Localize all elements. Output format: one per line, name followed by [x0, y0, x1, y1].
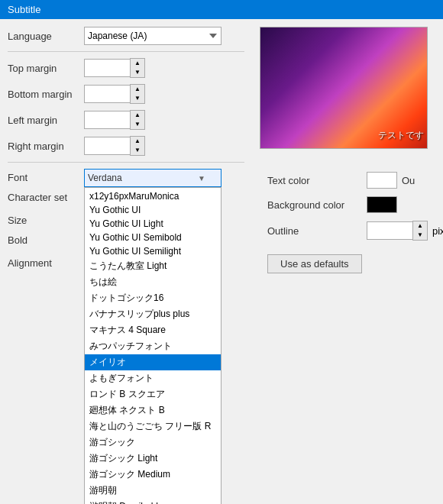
outline-spinner: 2 ▲ ▼ [367, 221, 428, 241]
language-select[interactable]: Japanese (JA) [84, 27, 222, 45]
font-label: Font [8, 169, 84, 183]
preview-image: テストです [260, 27, 428, 149]
outline-buttons: ▲ ▼ [412, 221, 428, 241]
dropdown-item[interactable]: メイリオ [85, 354, 221, 370]
background-color-label: Background color [267, 199, 367, 211]
dropdown-item[interactable]: 游ゴシック [85, 435, 221, 451]
use-defaults-button[interactable]: Use as defaults [267, 254, 362, 273]
dropdown-item[interactable]: 游ゴシック Light [85, 451, 221, 467]
top-margin-up[interactable]: ▲ [131, 59, 144, 68]
top-margin-spinner: 40 ▲ ▼ [84, 58, 145, 78]
dropdown-item[interactable]: バナナスリップplus plus [85, 306, 221, 322]
right-margin-up[interactable]: ▲ [131, 137, 144, 146]
pixels-label: pixels [432, 225, 443, 237]
right-margin-row: Right margin 40 ▲ ▼ [8, 136, 244, 156]
top-margin-down[interactable]: ▼ [131, 68, 144, 77]
right-margin-down[interactable]: ▼ [131, 146, 144, 155]
text-color-label: Text color [267, 175, 367, 186]
font-select-button[interactable]: Verdana ▼ [84, 169, 222, 187]
font-dropdown-list[interactable]: VerdanaViner Hand ITCVivaldiVladimir Scr… [84, 187, 222, 504]
left-panel: Language Japanese (JA) Top margin 40 ▲ ▼… [0, 19, 252, 502]
font-selected-value: Verdana [88, 173, 122, 183]
top-margin-label: Top margin [8, 63, 84, 74]
dropdown-item[interactable]: 海と山のうごごち フリー版 R [85, 418, 221, 435]
background-color-swatch[interactable] [367, 196, 397, 213]
left-margin-label: Left margin [8, 115, 84, 126]
dropdown-item[interactable]: Yu Gothic UI Light [85, 217, 221, 231]
right-margin-buttons: ▲ ▼ [130, 136, 145, 156]
right-margin-label: Right margin [8, 141, 84, 152]
background-color-row: Background color [267, 196, 443, 213]
bottom-margin-spinner: 40 ▲ ▼ [84, 84, 145, 104]
dropdown-item[interactable]: 游明朝 Demibold [85, 499, 221, 504]
right-controls: Text color Ou Background color Outline 2… [260, 164, 443, 281]
bold-label: Bold [8, 234, 84, 246]
top-margin-buttons: ▲ ▼ [130, 58, 145, 78]
dropdown-item[interactable]: Yu Gothic UI [85, 203, 221, 217]
right-margin-spinner: 40 ▲ ▼ [84, 136, 145, 156]
font-dropdown-arrow: ▼ [198, 174, 205, 183]
window-title: Subtitle [8, 4, 40, 15]
dropdown-item[interactable]: みつパッチフォント [85, 338, 221, 354]
dropdown-item[interactable]: ちは絵 [85, 274, 221, 290]
bottom-margin-up[interactable]: ▲ [131, 85, 144, 94]
left-margin-input[interactable]: 40 [84, 111, 130, 129]
left-margin-row: Left margin 40 ▲ ▼ [8, 110, 244, 130]
left-margin-down[interactable]: ▼ [131, 120, 144, 129]
right-panel: テストです Text color Ou Background color Out… [252, 19, 443, 502]
out-label: Ou [402, 175, 415, 186]
top-margin-row: Top margin 40 ▲ ▼ [8, 58, 244, 78]
outline-up[interactable]: ▲ [413, 221, 427, 231]
left-margin-up[interactable]: ▲ [131, 111, 144, 120]
bottom-margin-label: Bottom margin [8, 89, 84, 100]
text-color-swatch[interactable] [367, 172, 397, 189]
language-row: Language Japanese (JA) [8, 27, 244, 45]
dropdown-item[interactable]: 游ゴシック Medium [85, 467, 221, 483]
font-select-wrap: Verdana ▼ VerdanaViner Hand ITCVivaldiVl… [84, 169, 222, 187]
dropdown-item[interactable]: Yu Gothic UI Semilight [85, 244, 221, 258]
dropdown-item[interactable]: ドットゴシック16 [85, 290, 221, 306]
text-color-row: Text color Ou [267, 172, 443, 189]
bottom-margin-row: Bottom margin 40 ▲ ▼ [8, 84, 244, 104]
char-set-label: Character set [8, 192, 84, 203]
dropdown-item[interactable]: こうたん教室 Light [85, 258, 221, 274]
bottom-margin-input[interactable]: 40 [84, 85, 130, 103]
bottom-margin-buttons: ▲ ▼ [130, 84, 145, 104]
preview-text: テストです [378, 129, 424, 142]
outline-row: Outline 2 ▲ ▼ pixels [267, 221, 443, 241]
bottom-margin-down[interactable]: ▼ [131, 94, 144, 103]
left-margin-buttons: ▲ ▼ [130, 110, 145, 130]
top-margin-input[interactable]: 40 [84, 59, 130, 77]
alignment-label: Alignment [8, 257, 84, 269]
outline-input[interactable]: 2 [367, 221, 412, 240]
right-margin-input[interactable]: 40 [84, 137, 130, 155]
size-label: Size [8, 215, 84, 226]
dropdown-item[interactable]: ロンド B スクエア [85, 386, 221, 402]
font-row: Font Verdana ▼ VerdanaViner Hand ITCViva… [8, 169, 244, 187]
language-label: Language [8, 31, 84, 42]
dropdown-item[interactable]: 游明朝 [85, 483, 221, 499]
language-control: Japanese (JA) [84, 27, 222, 45]
title-bar: Subtitle [0, 0, 443, 19]
dropdown-item[interactable]: x12y16pxMaruMonica [85, 189, 221, 203]
left-margin-spinner: 40 ▲ ▼ [84, 110, 145, 130]
dropdown-item[interactable]: 廻想体 ネクスト B [85, 402, 221, 418]
dropdown-item[interactable]: Yu Gothic UI Semibold [85, 231, 221, 244]
outline-label: Outline [267, 225, 367, 237]
dropdown-item[interactable]: よもぎフォント [85, 370, 221, 386]
dropdown-item[interactable]: マキナス 4 Square [85, 322, 221, 338]
outline-down[interactable]: ▼ [413, 231, 427, 240]
